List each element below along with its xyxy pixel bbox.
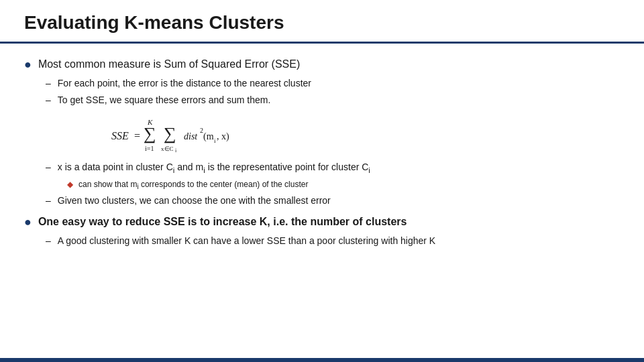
svg-text:=: = [134,130,140,141]
sse-formula: SSE = ∑ i=1 K ∑ x∈C i dist 2 (m i , x) [111,114,272,154]
bullet-1-3-1: ◆ can show that mi corresponds to the ce… [67,179,620,192]
dash-1-2: – [46,95,51,105]
dash-1-3: – [46,162,51,172]
svg-text:dist: dist [184,131,198,141]
bullet-1-1-text: For each point, the error is the distanc… [58,77,311,90]
bullet-1-4-text: Given two clusters, we can choose the on… [58,194,331,208]
formula-area: SSE = ∑ i=1 K ∑ x∈C i dist 2 (m i , x) [78,114,306,154]
slide: Evaluating K-means Clusters ● Most commo… [0,0,644,362]
bullet-1-4: – Given two clusters, we can choose the … [46,194,620,208]
bullet-1: ● Most common measure is Sum of Squared … [24,57,620,72]
dash-1-4: – [46,195,51,206]
bullet-1-2-text: To get SSE, we square these errors and s… [58,94,271,107]
title-bar: Evaluating K-means Clusters [0,0,644,44]
svg-text:(m: (m [203,131,214,142]
svg-text:SSE: SSE [111,130,129,141]
bullet-2-1-text: A good clustering with smaller K can hav… [58,235,435,248]
bullet-1-3: – x is a data point in cluster Ci and mi… [46,161,620,176]
bullet-2-text: One easy way to reduce SSE is to increas… [38,215,407,229]
bullet-1-3-1-text: can show that mi corresponds to the cent… [78,179,308,192]
bullet-2-1: – A good clustering with smaller K can h… [46,235,620,248]
svg-text:i: i [214,137,216,144]
bullet-2: ● One easy way to reduce SSE is to incre… [24,215,620,229]
content-area: ● Most common measure is Sum of Squared … [0,44,644,265]
svg-text:x∈C: x∈C [161,145,174,152]
dash-1-1: – [46,78,51,88]
svg-text:, x): , x) [217,131,229,142]
diamond-icon: ◆ [67,180,73,189]
svg-text:i: i [175,147,177,154]
bullet-1-text: Most common measure is Sum of Squared Er… [38,57,300,72]
svg-text:∑: ∑ [164,124,176,143]
bullet-1-dot: ● [24,58,32,72]
bottom-bar [0,358,644,362]
svg-text:∑: ∑ [144,124,156,143]
dash-2-1: – [46,235,51,246]
svg-text:K: K [147,118,153,126]
slide-title: Evaluating K-means Clusters [24,12,284,33]
svg-text:i=1: i=1 [145,145,154,152]
bullet-1-3-text: x is a data point in cluster Ci and mi i… [58,161,370,176]
bullet-1-1: – For each point, the error is the dista… [46,77,620,90]
bullet-1-2: – To get SSE, we square these errors and… [46,94,620,107]
bullet-2-dot: ● [24,215,32,229]
